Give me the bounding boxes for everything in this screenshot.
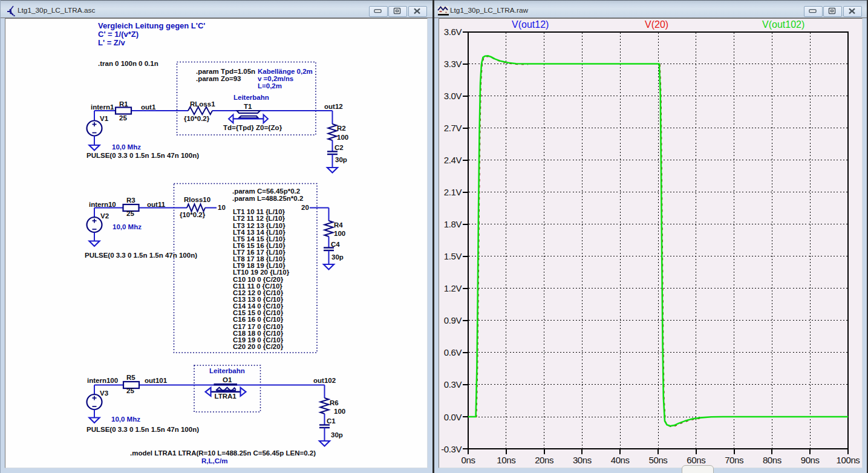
svg-text:C' = 1/(v*Z): C' = 1/(v*Z) <box>98 30 139 39</box>
svg-text:.param L=488.25n*0.2: .param L=488.25n*0.2 <box>232 195 303 202</box>
svg-text:.tran 0 100n 0 0.1n: .tran 0 100n 0 0.1n <box>98 60 158 67</box>
svg-text:Kabellänge 0,2m: Kabellänge 0,2m <box>258 68 313 75</box>
svg-text:T1: T1 <box>244 103 252 110</box>
svg-text:30p: 30p <box>331 253 344 261</box>
svg-text:V(out12): V(out12) <box>512 19 549 30</box>
svg-text:intern100: intern100 <box>87 377 118 384</box>
svg-text:100: 100 <box>334 408 345 415</box>
svg-text:Leiterbahn: Leiterbahn <box>209 367 245 374</box>
svg-text:0.9V: 0.9V <box>444 315 462 325</box>
svg-text:Vergleich Leitung gegen L'C': Vergleich Leitung gegen L'C' <box>98 21 205 30</box>
svg-text:10,0 Mhz: 10,0 Mhz <box>112 143 141 151</box>
svg-text:30ns: 30ns <box>573 455 592 465</box>
svg-text:R,L,C/m: R,L,C/m <box>201 457 227 465</box>
svg-text:0ns: 0ns <box>462 455 475 465</box>
svg-text:PULSE(0 3.3 0 1.5n 1.5n 47n 10: PULSE(0 3.3 0 1.5n 1.5n 47n 100n) <box>86 426 199 433</box>
svg-text:R1: R1 <box>119 100 128 108</box>
svg-text:2.1V: 2.1V <box>444 187 462 197</box>
svg-text:40ns: 40ns <box>611 455 630 465</box>
svg-text:0.3V: 0.3V <box>444 379 462 390</box>
svg-text:V3: V3 <box>100 390 108 397</box>
svg-text:10: 10 <box>218 204 226 211</box>
svg-text:25: 25 <box>126 387 134 394</box>
svg-text:C2: C2 <box>334 144 344 151</box>
svg-text:0.6V: 0.6V <box>444 347 462 357</box>
svg-text:L' = Z/v: L' = Z/v <box>98 38 125 47</box>
svg-text:{10*0.2}: {10*0.2} <box>180 211 206 218</box>
svg-text:2.4V: 2.4V <box>444 155 462 165</box>
svg-text:3.6V: 3.6V <box>444 27 462 37</box>
svg-text:0.0V: 0.0V <box>444 412 462 422</box>
svg-text:100: 100 <box>334 230 345 237</box>
svg-text:{10*0.2}: {10*0.2} <box>184 115 210 122</box>
svg-text:70ns: 70ns <box>725 455 743 465</box>
svg-text:25: 25 <box>119 114 127 122</box>
svg-text:out102: out102 <box>313 377 336 384</box>
svg-text:60ns: 60ns <box>687 455 705 465</box>
svg-text:out101: out101 <box>145 377 168 384</box>
svg-text:.param Tpd=1.05n: .param Tpd=1.05n <box>196 68 255 75</box>
svg-text:100ns: 100ns <box>837 455 860 465</box>
svg-text:10ns: 10ns <box>497 455 515 465</box>
svg-text:R3: R3 <box>126 197 135 204</box>
svg-text:C1: C1 <box>327 417 336 425</box>
svg-text:-0.3V: -0.3V <box>441 444 462 454</box>
svg-text:intern1: intern1 <box>91 103 114 111</box>
svg-text:20ns: 20ns <box>535 455 553 465</box>
svg-text:O1: O1 <box>223 376 232 383</box>
svg-text:R2: R2 <box>337 125 346 132</box>
svg-text:PULSE(0 3.3 0 1.5n 1.5n 47n 10: PULSE(0 3.3 0 1.5n 1.5n 47n 100n) <box>86 152 199 159</box>
svg-text:out1: out1 <box>141 103 156 111</box>
svg-text:25: 25 <box>126 210 134 217</box>
svg-text:PULSE(0 3.3 0 1.5n 1.5n 47n 10: PULSE(0 3.3 0 1.5n 1.5n 47n 100n) <box>85 252 197 259</box>
svg-text:intern10: intern10 <box>89 201 116 208</box>
svg-text:C4: C4 <box>331 241 340 248</box>
svg-text:Leiterbahn: Leiterbahn <box>233 94 269 101</box>
svg-text:30p: 30p <box>331 431 343 439</box>
svg-text:Td={Tpd} Z0={Zo}: Td={Tpd} Z0={Zo} <box>223 124 282 131</box>
svg-text:10,0 Mhz: 10,0 Mhz <box>111 416 140 423</box>
svg-text:10,0 Mhz: 10,0 Mhz <box>113 223 142 230</box>
svg-text:.param Zo=93: .param Zo=93 <box>196 75 241 82</box>
svg-text:V(out102): V(out102) <box>762 19 804 30</box>
svg-text:3.3V: 3.3V <box>444 59 462 69</box>
svg-text:80ns: 80ns <box>763 455 782 465</box>
svg-text:V(20): V(20) <box>645 19 668 30</box>
svg-text:Rloss10: Rloss10 <box>184 196 210 203</box>
svg-text:1.5V: 1.5V <box>444 251 462 261</box>
svg-text:90ns: 90ns <box>801 455 820 465</box>
svg-text:3.0V: 3.0V <box>444 91 462 101</box>
svg-text:R6: R6 <box>330 399 339 406</box>
svg-text:100: 100 <box>337 134 348 141</box>
svg-text:R5: R5 <box>126 374 135 381</box>
svg-text:1.2V: 1.2V <box>444 283 462 293</box>
svg-text:RLoss1: RLoss1 <box>190 100 215 108</box>
svg-text:V1: V1 <box>100 115 109 122</box>
svg-text:.param C=56.45p*0.2: .param C=56.45p*0.2 <box>232 188 300 195</box>
svg-text:out11: out11 <box>147 201 166 208</box>
svg-text:v =0,2m/ns: v =0,2m/ns <box>258 75 293 82</box>
svg-text:C20 20 0 {C/20}: C20 20 0 {C/20} <box>233 343 284 350</box>
svg-text:LTRA1: LTRA1 <box>215 393 237 400</box>
svg-text:L=0,2m: L=0,2m <box>258 82 282 90</box>
svg-text:1.8V: 1.8V <box>444 219 462 229</box>
svg-text:20: 20 <box>301 204 309 211</box>
svg-text:.model LTRA1 LTRA(R=10 L=488.2: .model LTRA1 LTRA(R=10 L=488.25n C=56.45… <box>130 449 316 457</box>
svg-text:50ns: 50ns <box>649 455 668 465</box>
svg-text:30p: 30p <box>335 156 347 163</box>
svg-text:V2: V2 <box>100 212 109 220</box>
svg-text:out12: out12 <box>324 103 343 110</box>
svg-text:R4: R4 <box>334 221 343 229</box>
svg-text:2.7V: 2.7V <box>444 123 462 133</box>
